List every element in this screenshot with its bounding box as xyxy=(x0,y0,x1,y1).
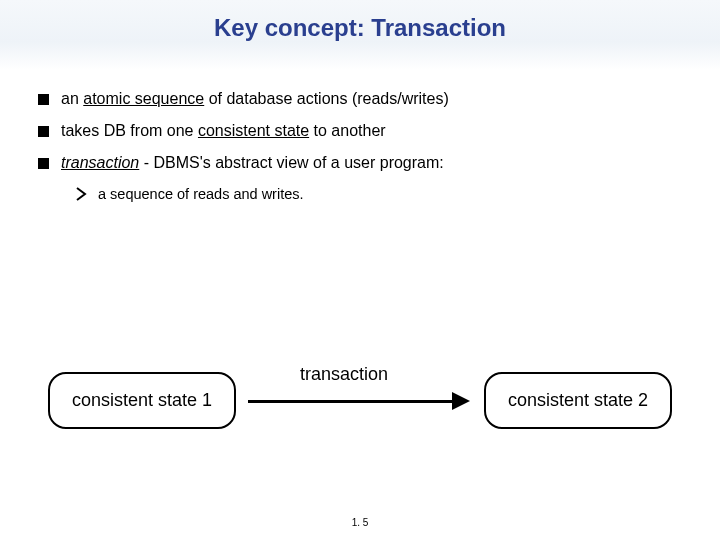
chevron-right-icon xyxy=(76,187,88,201)
italic-underlined-text: transaction xyxy=(61,154,139,171)
arrow-label: transaction xyxy=(300,364,388,385)
list-item: an atomic sequence of database actions (… xyxy=(38,90,690,108)
slide-number: 1. 5 xyxy=(0,517,720,528)
square-bullet-icon xyxy=(38,94,49,105)
list-item: takes DB from one consistent state to an… xyxy=(38,122,690,140)
text-span: an xyxy=(61,90,83,107)
underlined-text: atomic sequence xyxy=(83,90,204,107)
state-box-2: consistent state 2 xyxy=(484,372,672,429)
text-span: takes DB from one xyxy=(61,122,198,139)
underlined-text: consistent state xyxy=(198,122,309,139)
bullet-list: an atomic sequence of database actions (… xyxy=(38,90,690,202)
sub-bullet-text: a sequence of reads and writes. xyxy=(98,186,304,202)
state-box-1: consistent state 1 xyxy=(48,372,236,429)
sub-list-item: a sequence of reads and writes. xyxy=(76,186,690,202)
text-span: - DBMS's abstract view of a user program… xyxy=(139,154,443,171)
square-bullet-icon xyxy=(38,158,49,169)
bullet-text: takes DB from one consistent state to an… xyxy=(61,122,386,140)
text-span: of database actions (reads/writes) xyxy=(204,90,449,107)
list-item: transaction - DBMS's abstract view of a … xyxy=(38,154,690,172)
text-span: to another xyxy=(309,122,386,139)
bullet-text: transaction - DBMS's abstract view of a … xyxy=(61,154,444,172)
arrow-icon xyxy=(248,394,470,414)
state-diagram: transaction consistent state 1 consisten… xyxy=(0,340,720,460)
square-bullet-icon xyxy=(38,126,49,137)
bullet-text: an atomic sequence of database actions (… xyxy=(61,90,449,108)
slide-title: Key concept: Transaction xyxy=(0,14,720,42)
